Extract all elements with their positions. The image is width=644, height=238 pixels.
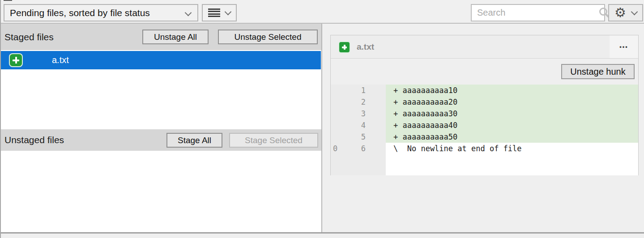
diff-overflow-menu-button[interactable]: ••• bbox=[610, 35, 638, 58]
new-line-number: 4 bbox=[343, 119, 366, 131]
chevron-down-icon bbox=[631, 8, 638, 16]
gutter-spacer bbox=[366, 143, 386, 154]
window-left-edge bbox=[0, 0, 1, 238]
top-toolbar: Pending files, sorted by file status ⚙ bbox=[0, 0, 644, 24]
new-line-number: 1 bbox=[343, 85, 366, 96]
diff-line[interactable]: 5+ aaaaaaaaaa50 bbox=[331, 131, 638, 143]
diff-file-name: a.txt bbox=[357, 35, 374, 58]
new-line-number: 2 bbox=[343, 96, 366, 108]
new-line-number: 6 bbox=[343, 143, 366, 154]
diff-line-text: + aaaaaaaaaa20 bbox=[386, 96, 638, 108]
added-file-icon bbox=[338, 41, 350, 53]
staged-file-row[interactable]: a.txt bbox=[1, 51, 321, 69]
gutter-spacer bbox=[366, 119, 386, 131]
diff-line-text: + aaaaaaaaaa30 bbox=[386, 108, 638, 119]
diff-hunk-view: 1+ aaaaaaaaaa102+ aaaaaaaaaa203+ aaaaaaa… bbox=[331, 85, 638, 175]
diff-line[interactable]: 1+ aaaaaaaaaa10 bbox=[331, 85, 638, 96]
gutter-spacer bbox=[366, 131, 386, 143]
search-input[interactable] bbox=[472, 8, 598, 18]
unstage-selected-button[interactable]: Unstage Selected bbox=[218, 30, 318, 44]
staged-files-title: Staged files bbox=[4, 24, 54, 50]
diff-line-text: + aaaaaaaaaa10 bbox=[386, 85, 638, 96]
old-line-number bbox=[331, 96, 343, 108]
diff-file-header: a.txt ••• bbox=[331, 35, 638, 59]
file-name: a.txt bbox=[52, 55, 69, 65]
diff-panel: a.txt ••• Unstage hunk 1+ aaaaaaaaaa102+… bbox=[322, 24, 644, 232]
gutter-spacer bbox=[366, 108, 386, 119]
diff-line-text: + aaaaaaaaaa50 bbox=[386, 131, 638, 143]
diff-file-card: a.txt ••• Unstage hunk 1+ aaaaaaaaaa102+… bbox=[330, 35, 639, 175]
window-top-edge-fragment bbox=[4, 0, 12, 1]
unstage-all-button[interactable]: Unstage All bbox=[142, 30, 209, 44]
unstaged-files-header: Unstaged files Stage All Stage Selected bbox=[0, 129, 321, 151]
pending-files-filter-dropdown[interactable]: Pending files, sorted by file status bbox=[4, 4, 198, 21]
diff-line[interactable]: 4+ aaaaaaaaaa40 bbox=[331, 119, 638, 131]
ellipsis-icon: ••• bbox=[619, 43, 628, 50]
old-line-number: 0 bbox=[331, 143, 343, 154]
old-line-number bbox=[331, 85, 343, 96]
stage-all-button[interactable]: Stage All bbox=[166, 133, 222, 148]
unstaged-files-title: Unstaged files bbox=[4, 129, 64, 151]
old-line-number bbox=[331, 131, 343, 143]
diff-line-text: + aaaaaaaaaa40 bbox=[386, 119, 638, 131]
settings-dropdown[interactable]: ⚙ bbox=[608, 4, 643, 21]
old-line-number bbox=[331, 108, 343, 119]
list-view-icon bbox=[208, 8, 220, 17]
bottom-status-strip bbox=[0, 232, 644, 238]
stage-selected-button[interactable]: Stage Selected bbox=[229, 133, 318, 148]
pending-files-filter-label: Pending files, sorted by file status bbox=[4, 8, 150, 18]
chevron-down-icon bbox=[185, 9, 192, 17]
staged-file-list: a.txt bbox=[0, 50, 321, 129]
staged-files-header: Staged files Unstage All Unstage Selecte… bbox=[0, 24, 321, 50]
unstage-hunk-button[interactable]: Unstage hunk bbox=[561, 64, 635, 79]
added-file-icon bbox=[9, 53, 23, 67]
new-line-number: 5 bbox=[343, 131, 366, 143]
chevron-down-icon bbox=[225, 8, 232, 16]
gutter-spacer bbox=[366, 96, 386, 108]
unstaged-file-list bbox=[0, 151, 321, 232]
diff-line[interactable]: 2+ aaaaaaaaaa20 bbox=[331, 96, 638, 108]
diff-line[interactable]: 3+ aaaaaaaaaa30 bbox=[331, 108, 638, 119]
gutter-spacer bbox=[366, 85, 386, 96]
search-box bbox=[471, 4, 605, 21]
gear-icon: ⚙ bbox=[614, 6, 626, 19]
list-view-options-dropdown[interactable] bbox=[202, 4, 237, 21]
new-line-number: 3 bbox=[343, 108, 366, 119]
app-window: Pending files, sorted by file status ⚙ S… bbox=[0, 0, 644, 238]
diff-line-text: \ No newline at end of file bbox=[386, 143, 638, 154]
diff-line[interactable]: 06\ No newline at end of file bbox=[331, 143, 638, 154]
old-line-number bbox=[331, 119, 343, 131]
diff-lines: 1+ aaaaaaaaaa102+ aaaaaaaaaa203+ aaaaaaa… bbox=[331, 85, 638, 154]
